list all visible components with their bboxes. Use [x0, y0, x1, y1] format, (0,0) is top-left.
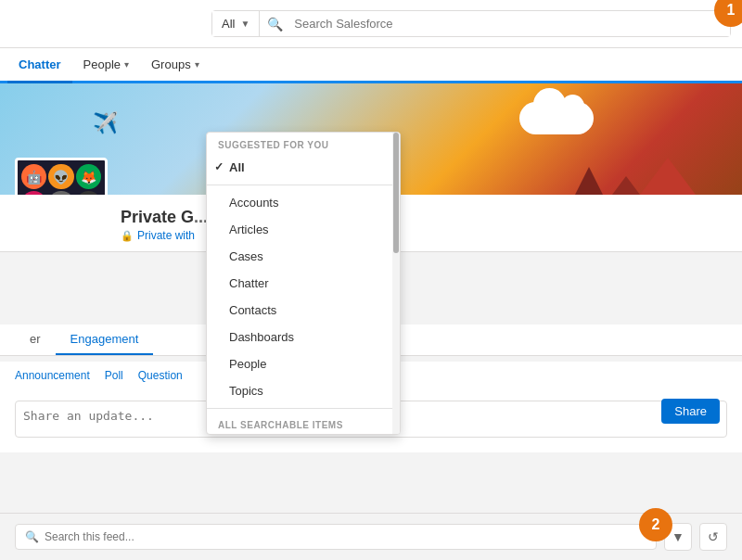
post-type-announcement[interactable]: Announcement	[15, 369, 90, 382]
dropdown-item-chatter[interactable]: Chatter	[207, 270, 400, 297]
dropdown-item-topics[interactable]: Topics	[207, 377, 400, 404]
hero-character: ✈️	[93, 111, 118, 135]
all-searchable-label: ALL SEARCHABLE ITEMS	[207, 413, 400, 434]
lock-icon: 🔒	[121, 230, 134, 242]
filter-icon: ▼	[672, 529, 684, 544]
post-type-poll[interactable]: Poll	[105, 369, 123, 382]
tab-chatter-label: Chatter	[19, 57, 61, 71]
top-navigation: All ▼ 🔍 1	[0, 0, 742, 48]
content-tab-engagement[interactable]: Engagement	[56, 325, 154, 355]
tab-chatter[interactable]: Chatter	[7, 48, 72, 83]
feed-search-input[interactable]	[45, 530, 646, 543]
tab-groups[interactable]: Groups ▾	[140, 48, 211, 81]
dropdown-item-accounts[interactable]: Accounts	[207, 189, 400, 216]
suggested-label: SUGGESTED FOR YOU	[207, 133, 400, 154]
feed-search-wrap: 🔍 2	[15, 524, 657, 550]
tab-groups-label: Groups	[151, 57, 191, 71]
main-content: ✈️ 🤖 👽 🦊 😈 💀 🎭 🔮 ⚡ 🌀 Private G... 🔒 Priv…	[0, 83, 742, 560]
cloud-decoration	[519, 102, 594, 134]
search-input[interactable]	[290, 11, 730, 36]
feed-search-bar: 🔍 2 ▼ ↺	[0, 513, 742, 560]
dropdown-divider	[207, 185, 400, 185]
avatar-cell-1: 🤖	[21, 164, 46, 189]
feed-search-icon: 🔍	[25, 530, 39, 543]
chevron-down-icon: ▾	[124, 59, 129, 70]
search-icon: 🔍	[260, 17, 290, 32]
dropdown-item-cases[interactable]: Cases	[207, 243, 400, 270]
dropdown-divider-2	[207, 408, 400, 409]
post-type-question[interactable]: Question	[138, 369, 183, 382]
search-type-dropdown: SUGGESTED FOR YOU All Accounts Articles …	[206, 132, 401, 435]
tab-people-label: People	[83, 57, 121, 71]
chevron-down-icon: ▾	[195, 59, 199, 70]
avatar-cell-3: 🦊	[76, 164, 101, 189]
refresh-button[interactable]: ↺	[699, 523, 727, 551]
tab-people[interactable]: People ▾	[72, 48, 140, 81]
dropdown-item-people[interactable]: People	[207, 350, 400, 377]
search-type-label: All	[222, 17, 235, 31]
tab-navigation: Chatter People ▾ Groups ▾	[0, 48, 742, 83]
share-button[interactable]: Share	[661, 399, 720, 424]
dropdown-item-dashboards[interactable]: Dashboards	[207, 324, 400, 350]
dropdown-item-all[interactable]: All	[207, 154, 400, 181]
refresh-icon: ↺	[708, 529, 719, 544]
avatar-cell-2: 👽	[48, 164, 73, 189]
chevron-down-icon: ▼	[240, 19, 249, 29]
step-badge-2: 2	[639, 508, 672, 541]
search-type-dropdown-button[interactable]: All ▼	[212, 11, 260, 36]
dropdown-item-contacts[interactable]: Contacts	[207, 297, 400, 324]
search-bar-wrap: All ▼ 🔍	[211, 10, 731, 37]
dropdown-item-articles[interactable]: Articles	[207, 216, 400, 243]
content-tab-er[interactable]: er	[15, 325, 56, 355]
